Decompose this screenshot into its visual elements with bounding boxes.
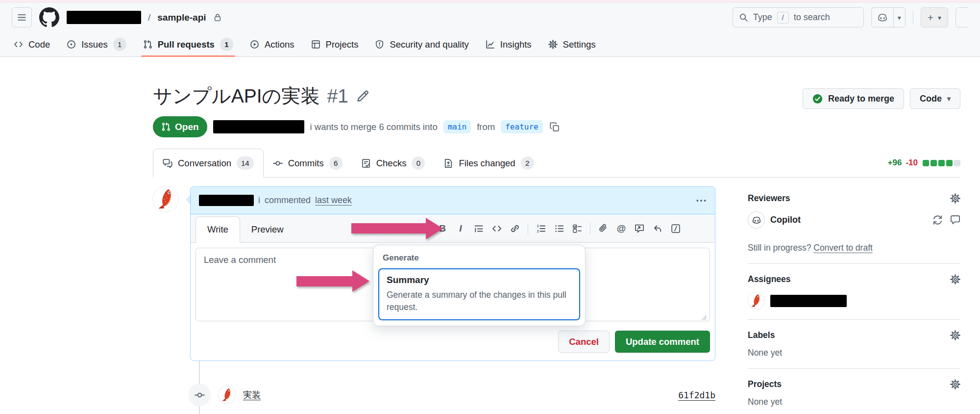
quote-button[interactable] [470, 220, 488, 237]
annotation-arrow-summary [296, 270, 369, 292]
saved-replies-button[interactable] [649, 220, 666, 237]
lock-icon [213, 13, 222, 22]
projects-title: Projects [748, 379, 782, 389]
pr-header-actions: Ready to merge Code ▾ [803, 88, 960, 109]
timeline-commit-row: 実装 61f2d1b [153, 384, 715, 406]
copilot-dropdown-caret[interactable]: ▾ [894, 8, 905, 27]
pr-meta-row: Open i wants to merge 6 commits into mai… [153, 116, 960, 137]
commit-sha-link[interactable]: 61f2d1b [678, 390, 715, 400]
projects-gear-button[interactable] [950, 379, 960, 389]
create-new-button[interactable]: + ▾ [921, 7, 948, 27]
tab-projects[interactable]: Projects [304, 32, 366, 56]
gear-icon [950, 330, 960, 340]
notifications-button-partial[interactable] [956, 7, 968, 27]
repo-name-link[interactable]: sample-api [157, 12, 206, 23]
hamburger-menu-button[interactable] [12, 7, 32, 27]
gear-icon [950, 379, 960, 389]
comment-options-button[interactable] [696, 195, 707, 206]
pr-state-badge: Open [153, 116, 207, 137]
editor-actions: Cancel Update comment [191, 328, 715, 361]
commit-message-link[interactable]: 実装 [243, 389, 261, 401]
toolbar-divider [590, 223, 590, 234]
file-diff-icon [443, 158, 453, 168]
redacted-commenter-name [199, 195, 254, 206]
ready-to-merge-button[interactable]: Ready to merge [803, 88, 904, 109]
link-button[interactable] [506, 220, 524, 237]
labels-empty-text: None yet [748, 348, 960, 358]
italic-button[interactable]: I [452, 220, 469, 237]
comment-timestamp-link[interactable]: last week [315, 195, 352, 206]
sidebar-section-projects: Projects None yet [748, 379, 960, 414]
avatar[interactable] [219, 387, 235, 403]
git-pull-request-icon [143, 40, 152, 49]
code-dropdown-button[interactable]: Code ▾ [910, 88, 960, 109]
head-branch-label[interactable]: feature [501, 120, 542, 133]
numbered-list-button[interactable] [532, 220, 550, 237]
resize-handle-icon[interactable] [699, 312, 707, 320]
convert-to-draft-note: Still in progress? Convert to draft [748, 243, 960, 253]
labels-gear-button[interactable] [950, 330, 960, 340]
copy-icon[interactable] [550, 122, 560, 132]
repo-nav: Code Issues 1 Pull requests 1 Actions Pr… [0, 32, 980, 57]
tab-code[interactable]: Code [7, 32, 57, 56]
tab-label: Actions [265, 39, 294, 50]
tab-preview[interactable]: Preview [240, 217, 295, 242]
breadcrumb-separator: / [148, 12, 150, 23]
tab-issues[interactable]: Issues 1 [60, 32, 133, 56]
unordered-list-button[interactable] [550, 220, 568, 237]
tab-files-changed[interactable]: Files changed 2 [434, 149, 543, 177]
projects-header: Projects [748, 379, 960, 389]
conversation-timeline: i commented last week Write Preview [153, 186, 715, 414]
tab-write[interactable]: Write [196, 216, 240, 243]
attach-file-button[interactable] [594, 220, 612, 237]
github-mark-icon [39, 7, 59, 27]
re-request-review-icon[interactable] [932, 215, 943, 225]
reviewers-title: Reviewers [748, 193, 790, 204]
review-comment-icon[interactable] [950, 215, 960, 225]
tab-actions[interactable]: Actions [243, 32, 301, 56]
cross-reference-button[interactable] [631, 220, 648, 237]
github-logo[interactable] [39, 7, 59, 27]
commented-text: commented [265, 195, 311, 206]
assignee-row [748, 292, 960, 309]
tab-label: Checks [376, 158, 407, 169]
avatar[interactable] [748, 292, 764, 309]
tab-pull-requests[interactable]: Pull requests 1 [136, 32, 240, 56]
menu-item-summary[interactable]: Summary Generate a summary of the change… [378, 268, 580, 320]
avatar[interactable] [153, 186, 178, 212]
commenter-suffix: i [258, 195, 260, 206]
pencil-icon[interactable] [357, 90, 369, 103]
assignees-gear-button[interactable] [950, 274, 960, 285]
app-header: / sample-api Type / to search ▾ + ▾ [0, 2, 980, 32]
pr-title-row: サンプルAPIの実装 #1 [153, 84, 369, 108]
tab-settings[interactable]: Settings [541, 32, 603, 56]
tab-commits[interactable]: Commits 6 [264, 149, 352, 177]
merge-text: wants to merge 6 commits into [315, 122, 438, 132]
deletions-count: -10 [906, 158, 918, 168]
tab-security[interactable]: Security and quality [368, 32, 475, 56]
convert-to-draft-link[interactable]: Convert to draft [813, 243, 873, 253]
redacted-owner-name [67, 11, 141, 24]
reviewers-gear-button[interactable] [950, 193, 960, 204]
search-input[interactable]: Type / to search [733, 7, 864, 27]
ready-to-merge-label: Ready to merge [828, 94, 894, 104]
arrow-head [352, 270, 369, 292]
slash-commands-button[interactable] [667, 220, 685, 237]
tab-conversation[interactable]: Conversation 14 [153, 149, 264, 178]
reviewers-header: Reviewers [748, 193, 960, 204]
projects-empty-text: None yet [748, 397, 960, 407]
mention-button[interactable]: @ [612, 220, 630, 237]
task-list-button[interactable] [568, 220, 586, 237]
cancel-button[interactable]: Cancel [558, 331, 610, 353]
copilot-chat-button[interactable] [872, 8, 894, 27]
tab-checks[interactable]: Checks 0 [352, 149, 435, 177]
tab-insights[interactable]: Insights [479, 32, 539, 56]
additions-count: +96 [888, 158, 902, 168]
code-icon [492, 224, 502, 233]
update-comment-button[interactable]: Update comment [615, 331, 710, 353]
base-branch-label[interactable]: main [443, 120, 471, 133]
code-button[interactable] [488, 220, 506, 237]
pr-page: サンプルAPIの実装 #1 Ready to merge Code ▾ Open… [0, 57, 980, 414]
tab-label: Issues [81, 39, 107, 50]
assignees-header: Assignees [748, 274, 960, 285]
